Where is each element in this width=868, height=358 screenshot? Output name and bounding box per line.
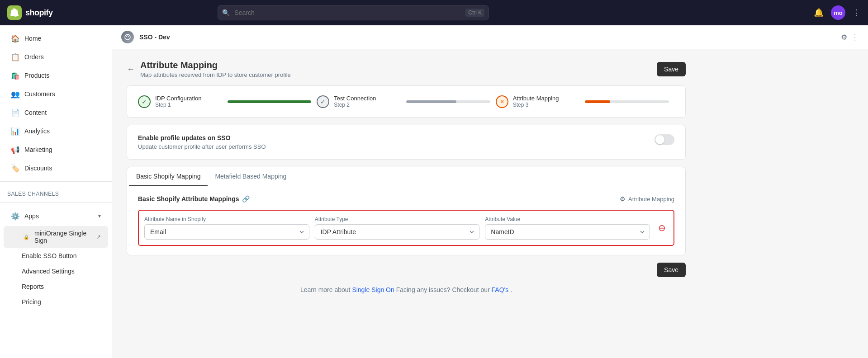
enable-profile-title: Enable profile updates on SSO: [138, 134, 266, 141]
step-3-labels: Attribute Mapping Step 3: [513, 95, 559, 108]
store-header: SSO - Dev ⚙ ⋮: [112, 25, 868, 49]
attr-name-col: Attribute Name in Shopify Email First Na…: [144, 216, 309, 240]
mapping-section-title-text: Basic Shopify Attribute Mappings: [138, 195, 239, 203]
sidebar-item-orders[interactable]: 📋 Orders: [4, 48, 108, 66]
step-attribute-mapping: ✕ Attribute Mapping Step 3: [496, 95, 580, 108]
step-2-icon: ✓: [317, 95, 329, 108]
topbar-more-button[interactable]: ⋮: [853, 8, 861, 18]
search-icon: 🔍: [222, 9, 230, 16]
products-icon: 🛍️: [11, 71, 20, 80]
sidebar-item-marketing[interactable]: 📢 Marketing: [4, 141, 108, 159]
expand-icon: ↗: [96, 234, 101, 240]
attr-type-select[interactable]: IDP Attribute Static Value Custom: [315, 224, 480, 240]
sidebar-item-marketing-label: Marketing: [24, 146, 52, 153]
back-button[interactable]: ←: [127, 65, 135, 74]
sidebar-item-analytics[interactable]: 📊 Analytics: [4, 122, 108, 140]
store-more-button[interactable]: ⋮: [851, 32, 859, 42]
page-subtitle: Map attributes received from IDP to stor…: [140, 71, 291, 78]
attr-type-col-label: Attribute Type: [315, 216, 480, 222]
search-shortcut: Ctrl K: [465, 9, 484, 17]
topbar: shopify 🔍 Ctrl K 🔔 mo ⋮: [0, 0, 868, 25]
attr-value-select[interactable]: NameID email firstName lastName: [485, 224, 650, 240]
enable-profile-toggle[interactable]: [655, 134, 674, 145]
learn-more-section: Learn more about Single Sign On Facing a…: [127, 279, 686, 297]
page-content: ← Attribute Mapping Map attributes recei…: [112, 49, 700, 308]
sidebar-divider-2: [0, 203, 112, 203]
shopify-text: shopify: [25, 8, 53, 18]
svg-point-0: [125, 34, 130, 40]
sidebar-item-home[interactable]: 🏠 Home: [4, 29, 108, 47]
sidebar-sub-enable-sso[interactable]: Enable SSO Button: [4, 249, 108, 263]
step-2-label: Test Connection: [334, 95, 376, 102]
step-3-sublabel: Step 3: [513, 102, 559, 108]
search-input[interactable]: [218, 5, 489, 20]
step-1-icon: ✓: [138, 95, 151, 108]
single-sign-on-link[interactable]: Single Sign On: [352, 286, 394, 293]
sidebar-item-orders-label: Orders: [24, 53, 44, 61]
toggle-knob: [655, 135, 664, 144]
analytics-icon: 📊: [11, 127, 20, 136]
mapping-body: Basic Shopify Attribute Mappings 🔗 ⚙ Att…: [127, 186, 685, 255]
sidebar: 🏠 Home 📋 Orders 🛍️ Products 👥 Customers …: [0, 25, 112, 358]
sidebar-sub-advanced-settings-label: Advanced Settings: [22, 268, 75, 275]
sidebar-item-apps[interactable]: ⚙️ Apps ▾: [4, 207, 108, 225]
sidebar-sub-reports-label: Reports: [22, 283, 44, 290]
enable-profile-text: Enable profile updates on SSO Update cus…: [138, 134, 266, 150]
mapping-section-header: Basic Shopify Attribute Mappings 🔗 ⚙ Att…: [138, 195, 674, 203]
sidebar-sub-advanced-settings[interactable]: Advanced Settings: [4, 264, 108, 278]
step-3-label: Attribute Mapping: [513, 95, 559, 102]
chevron-down-icon: ▾: [98, 213, 101, 219]
sales-channels-label: Sales channels: [0, 185, 112, 199]
store-settings-button[interactable]: ⚙: [841, 33, 847, 42]
customers-icon: 👥: [11, 90, 20, 99]
attr-mapping-label-text: Attribute Mapping: [628, 196, 674, 203]
attr-value-col-label: Attribute Value: [485, 216, 650, 222]
sidebar-sub-pricing[interactable]: Pricing: [4, 295, 108, 309]
page-title: Attribute Mapping: [140, 60, 291, 71]
notification-icon-button[interactable]: 🔔: [814, 8, 824, 18]
apps-icon: ⚙️: [11, 212, 20, 221]
enable-profile-card: Enable profile updates on SSO Update cus…: [127, 125, 686, 160]
miniorange-icon: 🔒: [22, 232, 31, 241]
remove-row-button[interactable]: ⊖: [655, 221, 668, 234]
bottom-save-row: Save: [127, 263, 686, 279]
faqs-link[interactable]: FAQ's: [492, 286, 509, 293]
discounts-icon: 🏷️: [11, 164, 20, 173]
step-2-sublabel: Step 2: [334, 102, 376, 108]
page-header: ← Attribute Mapping Map attributes recei…: [127, 60, 686, 78]
tab-basic-shopify[interactable]: Basic Shopify Mapping: [129, 167, 208, 186]
sidebar-item-customers-label: Customers: [24, 90, 55, 98]
attr-type-col: Attribute Type IDP Attribute Static Valu…: [315, 216, 480, 240]
search-bar: 🔍 Ctrl K: [218, 5, 489, 20]
attribute-row: Attribute Name in Shopify Email First Na…: [138, 210, 674, 246]
sidebar-sub-reports[interactable]: Reports: [4, 279, 108, 294]
step-1-labels: IDP Configuration Step 1: [155, 95, 201, 108]
page-title-row: ← Attribute Mapping Map attributes recei…: [127, 60, 291, 78]
logo: shopify: [7, 5, 53, 20]
sidebar-item-discounts[interactable]: 🏷️ Discounts: [4, 159, 108, 177]
tab-metafield[interactable]: Metafield Based Mapping: [208, 167, 294, 186]
store-icon: [121, 31, 134, 43]
sidebar-sub-miniorange[interactable]: 🔒 miniOrange Single Sign ↗: [4, 226, 108, 248]
main-content: SSO - Dev ⚙ ⋮ ← Attribute Mapping Map at…: [112, 25, 868, 358]
step-1-progress-bar: [228, 100, 312, 103]
layout: 🏠 Home 📋 Orders 🛍️ Products 👥 Customers …: [0, 25, 868, 358]
attr-name-select[interactable]: Email First Name Last Name Phone: [144, 224, 309, 240]
attr-name-col-label: Attribute Name in Shopify: [144, 216, 309, 222]
attr-value-col: Attribute Value NameID email firstName l…: [485, 216, 650, 240]
step-1-progress-fill: [228, 100, 312, 103]
topbar-actions: 🔔 mo ⋮: [814, 5, 861, 20]
step-2-progress-bar: [406, 100, 490, 103]
avatar[interactable]: mo: [831, 5, 845, 20]
sidebar-sub-enable-sso-label: Enable SSO Button: [22, 252, 76, 259]
sidebar-item-content[interactable]: 📄 Content: [4, 104, 108, 122]
sidebar-sub-miniorange-label: miniOrange Single Sign: [34, 230, 93, 244]
step-3-progress-fill: [585, 100, 610, 103]
sidebar-item-customers[interactable]: 👥 Customers: [4, 85, 108, 103]
marketing-icon: 📢: [11, 145, 20, 154]
sidebar-item-products-label: Products: [24, 72, 49, 79]
sidebar-item-products[interactable]: 🛍️ Products: [4, 66, 108, 85]
tabs-row: Basic Shopify Mapping Metafield Based Ma…: [127, 167, 685, 186]
save-button-top[interactable]: Save: [657, 62, 686, 76]
save-button-bottom[interactable]: Save: [657, 263, 686, 277]
